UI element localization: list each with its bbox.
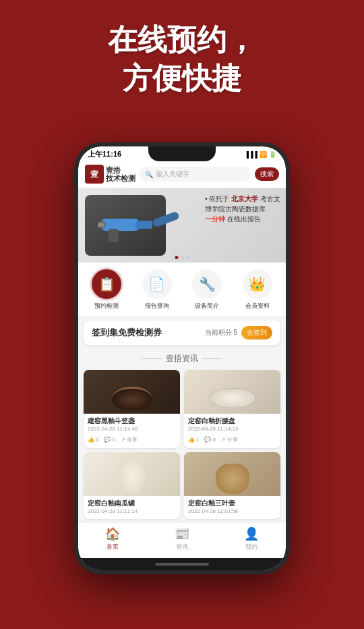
nav-item-member[interactable]: 👑 会员资料 — [243, 269, 272, 310]
banner: • 依托于 北京大学 考古文 博学院古陶瓷数据库 一分钟 在线出报告 — [78, 188, 286, 263]
nav-label-device: 设备简介 — [195, 302, 219, 310]
dot-3 — [186, 256, 189, 259]
news-card-1[interactable]: 建窑黑釉斗笠盏 2022-04-28 11:14:46 👍 1 💬 0 — [84, 370, 180, 448]
search-icon: 🔍 — [145, 171, 153, 178]
news-title-3: 定窑白釉南瓜罐 — [88, 499, 176, 508]
plate-shape — [209, 388, 256, 408]
checkin-text: 签到集免费检测券 — [92, 327, 162, 339]
tab-bar: 🏠 首页 📰 资讯 👤 我的 — [78, 522, 286, 558]
report-icon-wrap: 📄 — [142, 269, 172, 299]
news-title-4: 定窑白釉三叶壶 — [188, 499, 276, 508]
nav-label-member: 会员资料 — [245, 302, 270, 310]
news-card-2[interactable]: 定窑白釉折腰盘 2022-04-28 11:14:13 👍 1 💬 0 — [184, 370, 280, 448]
comment-icon-2: 💬 — [204, 437, 211, 443]
search-bar[interactable]: 🔍 输入关键字 — [140, 167, 251, 182]
logo-icon: 壹 — [85, 165, 104, 184]
search-button[interactable]: 搜索 — [255, 167, 279, 181]
news-like-2[interactable]: 👍 1 — [188, 437, 199, 443]
news-img-4 — [184, 452, 280, 496]
booking-icon-wrap: 📋 — [92, 269, 121, 299]
dot-2 — [181, 256, 184, 259]
like-icon: 👍 — [88, 437, 94, 443]
news-card-3[interactable]: 定窑白釉南瓜罐 2022-04-28 11:11:14 — [84, 452, 180, 519]
share-icon-1: ↗ — [121, 437, 125, 443]
section-label: 壹捂资讯 — [166, 353, 198, 364]
nav-label-report: 报告查询 — [145, 302, 169, 310]
booking-icon: 📋 — [98, 276, 115, 292]
logo-text-line1: 壹捂 — [106, 166, 135, 174]
news-title-1: 建窑黑釉斗笠盏 — [88, 416, 176, 425]
tab-profile[interactable]: 👤 我的 — [231, 526, 272, 551]
tab-news[interactable]: 📰 资讯 — [162, 526, 202, 551]
checkin-banner: 签到集免费检测券 当前积分 5 去签到 — [84, 321, 280, 345]
section-title: 壹捂资讯 — [78, 349, 286, 367]
quick-nav: 📋 预约检测 📄 报告查询 🔧 设备简介 — [78, 263, 286, 317]
checkin-score: 当前积分 5 — [205, 328, 237, 337]
divider-left — [142, 358, 162, 359]
wifi-icon: 🛜 — [260, 151, 267, 158]
news-comment-2[interactable]: 💬 0 — [204, 437, 215, 443]
phone-screen: 上午11:16 ▐▐▐ 🛜 🔋 壹 壹捂 技术检测 🔍 — [78, 146, 286, 570]
news-comment-1[interactable]: 💬 0 — [104, 437, 115, 443]
divider-right — [202, 358, 222, 359]
bg-headline: 在线预约， 方便快捷 — [0, 20, 364, 97]
report-icon: 📄 — [148, 276, 165, 292]
signal-icon: ▐▐▐ — [245, 151, 257, 158]
checkin-button[interactable]: 去签到 — [241, 326, 272, 339]
news-date-3: 2022-04-28 11:11:14 — [88, 508, 176, 514]
news-date-2: 2022-04-28 11:14:13 — [188, 426, 276, 432]
share-icon-2: ↗ — [221, 437, 226, 443]
status-time: 上午11:16 — [88, 149, 121, 159]
nav-item-device[interactable]: 🔧 设备简介 — [192, 269, 222, 310]
logo-text-line2: 技术检测 — [106, 174, 135, 182]
bowl-shape — [112, 387, 152, 410]
phone-wrapper: 上午11:16 ▐▐▐ 🛜 🔋 壹 壹捂 技术检测 🔍 — [74, 142, 290, 574]
news-title-2: 定窑白釉折腰盘 — [188, 416, 276, 425]
status-icons: ▐▐▐ 🛜 🔋 — [245, 151, 276, 158]
dot-1 — [175, 256, 179, 259]
svg-rect-4 — [98, 223, 104, 227]
device-icon-wrap: 🔧 — [192, 269, 222, 299]
news-card-4[interactable]: 定窑白釉三叶壶 2022-04-28 11:01:56 — [184, 452, 280, 519]
device-svg — [95, 202, 156, 249]
news-tab-icon: 📰 — [175, 526, 189, 541]
news-share-2[interactable]: ↗ 分享 — [221, 436, 238, 443]
news-img-1 — [84, 370, 180, 414]
logo-area: 壹 壹捂 技术检测 — [85, 165, 135, 184]
notch — [148, 146, 216, 161]
nav-label-booking: 预约检测 — [94, 302, 119, 310]
search-placeholder-text: 输入关键字 — [156, 169, 189, 179]
nav-item-booking[interactable]: 📋 预约检测 — [92, 269, 121, 310]
profile-tab-icon: 👤 — [244, 526, 259, 541]
news-share-1[interactable]: ↗ 分享 — [121, 436, 138, 443]
profile-tab-label: 我的 — [245, 543, 257, 551]
comment-icon: 💬 — [104, 437, 111, 443]
phone-frame: 上午11:16 ▐▐▐ 🛜 🔋 壹 壹捂 技术检测 🔍 — [74, 142, 290, 574]
member-icon: 👑 — [249, 276, 266, 292]
like-icon-2: 👍 — [188, 437, 195, 443]
news-like-1[interactable]: 👍 1 — [88, 437, 98, 443]
svg-rect-0 — [102, 219, 139, 231]
banner-dots — [175, 256, 189, 259]
news-date-1: 2022-04-28 11:14:46 — [88, 426, 176, 432]
banner-highlight: 北京大学 — [231, 195, 258, 202]
news-grid: 建窑黑釉斗笠盏 2022-04-28 11:14:46 👍 1 💬 0 — [78, 367, 286, 522]
news-img-3 — [84, 452, 180, 496]
header: 壹 壹捂 技术检测 🔍 输入关键字 搜索 — [78, 161, 286, 188]
home-bar — [155, 563, 209, 566]
home-tab-label: 首页 — [107, 543, 119, 551]
banner-red-text: 一分钟 — [205, 215, 225, 223]
battery-icon: 🔋 — [269, 151, 276, 158]
home-tab-icon: 🏠 — [105, 526, 120, 541]
member-icon-wrap: 👑 — [243, 269, 272, 299]
nav-item-report[interactable]: 📄 报告查询 — [142, 269, 172, 310]
banner-text: • 依托于 北京大学 考古文 博学院古陶瓷数据库 一分钟 在线出报告 — [205, 194, 280, 224]
gourd-shape — [119, 457, 146, 494]
tab-home[interactable]: 🏠 首页 — [92, 526, 133, 551]
news-img-2 — [184, 370, 280, 414]
svg-rect-2 — [109, 229, 119, 242]
pot-shape — [216, 464, 249, 494]
home-indicator — [78, 558, 286, 570]
checkin-right: 当前积分 5 去签到 — [205, 326, 272, 339]
banner-device-image — [85, 195, 166, 256]
